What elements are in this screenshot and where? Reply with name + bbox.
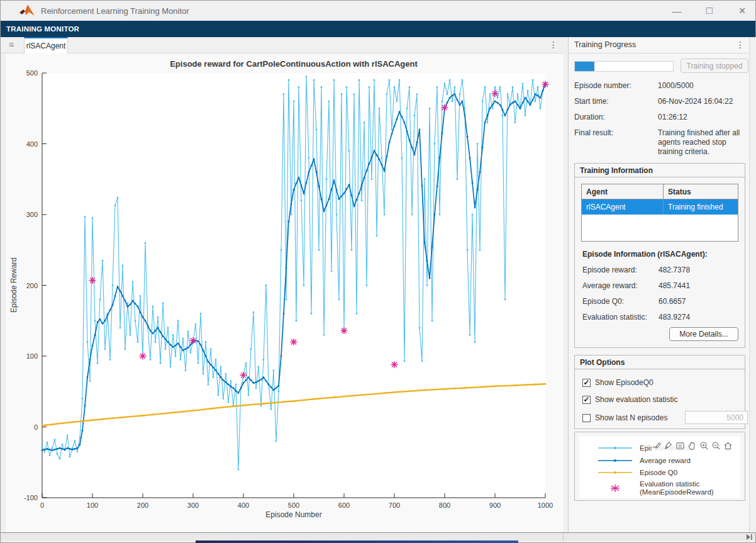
chart-title: Episode reward for CartPoleContinuousAct… bbox=[170, 59, 418, 69]
episode-q0-line-sample bbox=[597, 468, 633, 477]
show-episodeq0-label: Show EpisodeQ0 bbox=[595, 378, 653, 387]
edit-plot-icon[interactable] bbox=[652, 441, 661, 451]
svg-text:900: 900 bbox=[489, 501, 501, 509]
plot-options-panel: Plot Options ✓ Show EpisodeQ0 ✓ Show eva… bbox=[574, 355, 745, 429]
training-chart[interactable]: Episode reward for CartPoleContinuousAct… bbox=[6, 53, 564, 522]
evaluation-statistic-label: Evaluation statistic: bbox=[582, 313, 647, 322]
n-episodes-input[interactable] bbox=[685, 411, 748, 424]
zoom-out-icon[interactable] bbox=[711, 441, 721, 451]
table-row[interactable]: rlSACAgent Training finished bbox=[582, 199, 738, 215]
sidebar-header: Training Progress ⋮ bbox=[569, 37, 750, 53]
training-progress-sidebar: Training Progress ⋮ Training stopped Epi… bbox=[568, 37, 749, 532]
episode-number-value: 1000/5000 bbox=[658, 81, 745, 91]
svg-text:1000: 1000 bbox=[538, 501, 553, 509]
legend-box: Episode reward Average reward Episode Q0… bbox=[579, 436, 740, 498]
svg-text:200: 200 bbox=[137, 501, 148, 509]
right-scroll-strip bbox=[749, 37, 756, 532]
show-last-n-episodes-option: Show last N episodes bbox=[582, 413, 667, 423]
episode-reward-line-sample bbox=[597, 444, 633, 452]
final-result-label: Final result: bbox=[574, 128, 613, 137]
average-reward-value: 485.7441 bbox=[659, 281, 690, 290]
duration-value: 01:26:12 bbox=[658, 113, 745, 122]
taskbar-peek-strip bbox=[196, 540, 518, 543]
x-axis-label: Episode Number bbox=[265, 510, 321, 519]
average-reward-line-sample bbox=[597, 456, 633, 465]
svg-text:800: 800 bbox=[439, 501, 450, 509]
datatips-icon[interactable] bbox=[675, 441, 685, 451]
status-cell[interactable]: Training finished bbox=[664, 199, 738, 215]
svg-text:100: 100 bbox=[87, 501, 98, 509]
training-progress-bar bbox=[574, 61, 674, 72]
plot-area[interactable] bbox=[42, 73, 545, 498]
title-bar: Reinforcement Learning Training Monitor … bbox=[1, 1, 755, 21]
sidebar-kebab-icon[interactable]: ⋮ bbox=[736, 40, 745, 50]
episode-reward-value: 482.7378 bbox=[659, 266, 690, 274]
episode-q0-value: 60.6657 bbox=[659, 297, 686, 306]
show-last-n-episodes-label: Show last N episodes bbox=[595, 413, 667, 422]
progress-fill bbox=[575, 62, 594, 71]
agent-status-table: Agent Status rlSACAgent Training finishe… bbox=[581, 184, 738, 242]
table-header-row: Agent Status bbox=[582, 184, 738, 199]
agent-column-header: Agent bbox=[582, 184, 664, 199]
legend-entry-average-reward: Average reward bbox=[579, 456, 740, 465]
legend-panel: Episode reward Average reward Episode Q0… bbox=[574, 432, 745, 501]
show-evaluation-statistic-checkbox[interactable]: ✓ bbox=[582, 396, 591, 404]
svg-text:400: 400 bbox=[238, 501, 249, 509]
svg-text:700: 700 bbox=[389, 501, 400, 509]
app-window: Reinforcement Learning Training Monitor … bbox=[0, 0, 756, 543]
plot-options-title: Plot Options bbox=[575, 355, 745, 369]
zoom-in-icon[interactable] bbox=[699, 441, 709, 451]
start-time-value: 06-Nov-2024 16:04:22 bbox=[658, 97, 745, 106]
legend-entry-evaluation-statistic: Evaluation statistic (MeanEpisodeReward) bbox=[579, 480, 740, 496]
show-evaluation-statistic-label: Show evaluation statistic bbox=[595, 395, 677, 404]
training-information-panel: Training Information Agent Status rlSACA… bbox=[574, 163, 745, 348]
status-column-header: Status bbox=[664, 184, 738, 199]
window-title: Reinforcement Learning Training Monitor bbox=[41, 6, 189, 16]
matlab-logo-icon bbox=[19, 4, 35, 18]
ribbon-bar: TRAINING MONITOR bbox=[1, 21, 755, 37]
episode-number-label: Episode number: bbox=[574, 81, 631, 90]
more-details-button[interactable]: More Details... bbox=[669, 327, 738, 341]
training-information-title: Training Information bbox=[575, 164, 745, 177]
ribbon-tab-training-monitor[interactable]: TRAINING MONITOR bbox=[1, 25, 79, 33]
episode-information-title: Episode Information (rlSACAgent): bbox=[582, 250, 708, 259]
document-tab-strip: ≡ rlSACAgent ⋮ bbox=[1, 37, 564, 53]
svg-text:-100: -100 bbox=[24, 494, 38, 501]
legend-entry-episode-q0: Episode Q0 bbox=[579, 468, 740, 477]
legend-label-evaluation-statistic: Evaluation statistic (MeanEpisodeReward) bbox=[640, 480, 734, 496]
home-icon[interactable] bbox=[723, 441, 733, 451]
show-episodeq0-option: ✓ Show EpisodeQ0 bbox=[582, 378, 653, 388]
sidebar-title: Training Progress bbox=[574, 40, 636, 49]
svg-text:200: 200 bbox=[26, 282, 38, 289]
skip-to-end-icon[interactable] bbox=[746, 534, 753, 540]
legend-label-episode-q0: Episode Q0 bbox=[640, 469, 677, 477]
pan-icon[interactable] bbox=[687, 441, 697, 451]
svg-text:400: 400 bbox=[26, 140, 38, 148]
training-stopped-button[interactable]: Training stopped bbox=[681, 59, 748, 73]
brush-icon[interactable] bbox=[664, 441, 673, 451]
minimize-button[interactable]: — bbox=[669, 3, 685, 19]
legend-label-average-reward: Average reward bbox=[640, 457, 691, 465]
svg-text:500: 500 bbox=[26, 69, 38, 77]
svg-text:0: 0 bbox=[34, 423, 38, 431]
evaluation-statistic-marker-sample bbox=[597, 484, 633, 493]
svg-text:300: 300 bbox=[187, 501, 199, 509]
y-axis-label: Episode Reward bbox=[9, 257, 18, 313]
agent-cell[interactable]: rlSACAgent bbox=[582, 199, 664, 215]
svg-text:0: 0 bbox=[40, 501, 44, 509]
maximize-button[interactable]: □ bbox=[701, 3, 718, 19]
evaluation-statistic-value: 483.9274 bbox=[659, 313, 690, 322]
left-gutter bbox=[1, 53, 6, 532]
status-bar bbox=[1, 532, 755, 540]
show-episodeq0-checkbox[interactable]: ✓ bbox=[582, 379, 591, 387]
tab-options-kebab-icon[interactable]: ⋮ bbox=[549, 40, 559, 50]
svg-text:100: 100 bbox=[26, 352, 38, 360]
show-last-n-episodes-checkbox[interactable] bbox=[582, 414, 591, 422]
svg-text:300: 300 bbox=[26, 211, 38, 218]
svg-text:600: 600 bbox=[338, 501, 350, 509]
tab-rlsacagent[interactable]: rlSACAgent bbox=[24, 37, 68, 53]
axes-toolbar bbox=[652, 441, 733, 451]
start-time-label: Start time: bbox=[574, 97, 609, 106]
close-button[interactable]: × bbox=[734, 3, 750, 19]
drag-grip-icon[interactable]: ≡ bbox=[9, 40, 14, 50]
